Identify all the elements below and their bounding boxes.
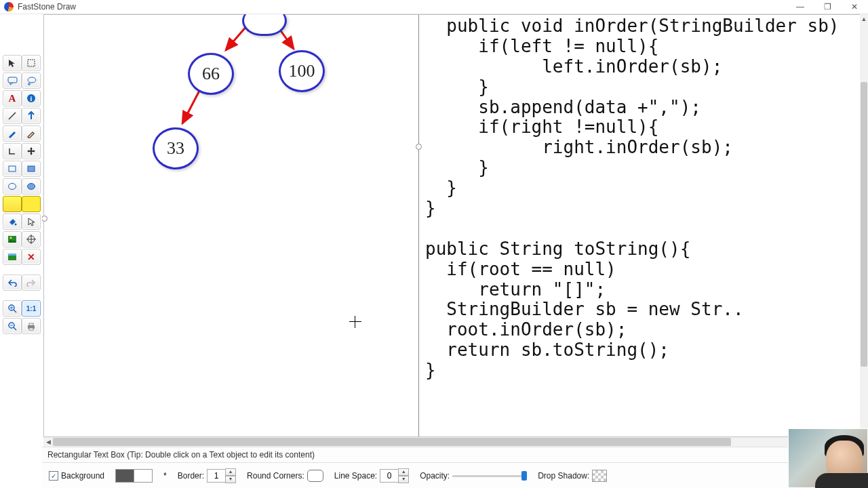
webcam-overlay [788,428,868,488]
svg-line-25 [14,327,16,330]
svg-point-3 [28,83,30,85]
tool-palette: Ai✕ 1:1 [0,14,42,488]
svg-line-6 [9,113,16,119]
maximize-button[interactable]: ❐ [814,0,841,14]
status-bar: Rectangular Text Box (Tip: Double click … [42,447,868,462]
delete-tool[interactable]: ✕ [22,249,41,265]
linespace-up[interactable]: ▲ [398,468,409,476]
border-option: Border: ▲▼ [178,468,236,483]
text-tool[interactable]: A [3,90,22,106]
tree-node-66: 66 [188,53,234,95]
rect-tool[interactable] [3,161,22,177]
svg-rect-9 [28,166,35,171]
svg-point-11 [28,184,35,190]
info-tool[interactable]: i [22,90,41,106]
highlight-tool[interactable] [3,196,22,212]
scroll-left-icon[interactable]: ◀ [43,437,53,447]
hscroll-thumb[interactable] [53,438,731,446]
opacity-option: Opacity: [420,470,527,481]
move-tool[interactable] [22,143,41,159]
options-bar: ✓ Background * Border: ▲▼ Round Corners:… [42,462,868,488]
horizontal-scrollbar[interactable]: ◀ ▶ [43,437,861,447]
svg-point-12 [15,224,17,226]
vscroll-thumb[interactable] [861,82,867,367]
border-down[interactable]: ▼ [225,476,236,483]
tree-node-100: 100 [279,50,325,92]
ellipse-tool[interactable] [3,178,22,195]
background-option[interactable]: ✓ Background [49,471,104,481]
scale-11-tool[interactable]: 1:1 [22,300,41,317]
canvas[interactable]: 66 100 33 public void inOrder(StringBuil… [43,14,861,437]
border-input[interactable] [207,469,226,483]
dropshadow-option: Drop Shadow: [538,470,607,482]
border-up[interactable]: ▲ [225,468,236,476]
vertical-scrollbar[interactable]: ▲ ▼ [860,14,868,437]
marquee-tool[interactable] [22,55,41,71]
app-icon [4,2,14,12]
line-tool[interactable] [3,108,22,124]
ellipse-fill-tool[interactable] [22,178,41,195]
svg-point-14 [10,237,12,239]
tree-node-33: 33 [153,127,199,169]
svg-rect-28 [29,323,33,325]
dropshadow-swatch[interactable] [592,470,607,482]
svg-rect-8 [9,166,16,171]
bucket-tool[interactable] [3,214,22,230]
canvas-area[interactable]: 66 100 33 public void inOrder(StringBuil… [42,14,868,447]
crosshair-cursor [349,316,361,328]
print-tool[interactable] [22,318,41,334]
title-bar: FastStone Draw — ❐ ✕ [0,0,868,14]
svg-rect-0 [28,60,35,66]
svg-line-32 [182,89,200,123]
svg-point-2 [28,77,36,83]
svg-text:i: i [31,95,33,102]
image-tool[interactable] [3,231,22,247]
pencil-tool[interactable] [22,125,41,142]
rect-fill-tool[interactable] [22,161,41,177]
palette-tool[interactable] [3,249,22,265]
linespace-input[interactable] [380,469,399,483]
arrow-tool[interactable] [22,108,41,124]
background-label: Background [61,471,104,481]
split-divider[interactable] [418,15,419,436]
select-tool[interactable] [3,55,22,71]
background-swatch[interactable] [115,469,153,483]
pointer-tool[interactable] [22,214,41,230]
code-panel: public void inOrder(StringBuilder sb) if… [421,15,861,436]
pen-tool[interactable] [3,125,22,142]
redo-tool[interactable] [22,274,41,291]
svg-rect-29 [29,328,33,330]
speech-bubble-tool[interactable] [3,73,22,89]
svg-rect-19 [8,253,16,256]
background-checkbox[interactable]: ✓ [49,471,58,481]
zoom-out-tool[interactable] [3,318,22,334]
target-tool[interactable] [22,231,41,247]
svg-rect-1 [8,77,17,83]
close-button[interactable]: ✕ [841,0,868,14]
round-corners-swatch[interactable] [307,470,323,482]
undo-tool[interactable] [3,274,22,291]
opacity-slider[interactable] [452,470,527,481]
zoom-in-tool[interactable] [3,300,22,317]
highlight-fill-tool[interactable] [22,196,41,212]
round-corners-option: Round Corners: [247,470,323,482]
lshape-tool[interactable] [3,143,22,159]
thought-bubble-tool[interactable] [22,73,41,89]
minimize-button[interactable]: — [787,0,814,14]
svg-line-21 [14,310,16,312]
linespace-down[interactable]: ▼ [398,476,409,483]
scroll-up-icon[interactable]: ▲ [860,14,868,24]
app-title: FastStone Draw [18,0,76,14]
bg-star: * [163,471,167,481]
svg-point-10 [9,184,16,190]
linespace-option: Line Space: ▲▼ [334,468,409,483]
